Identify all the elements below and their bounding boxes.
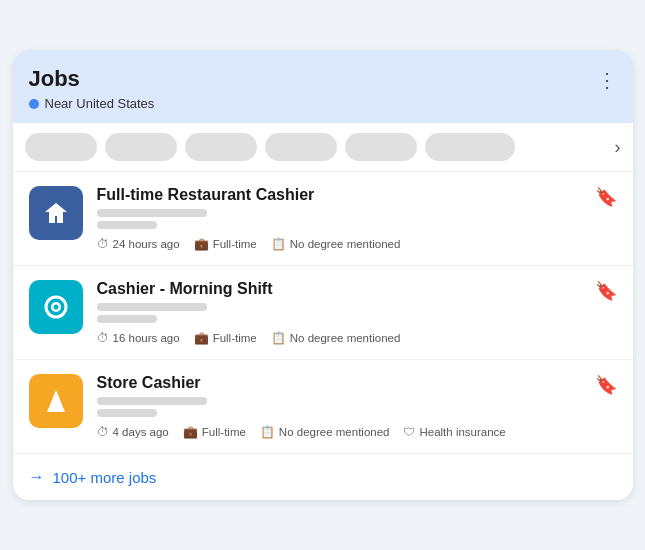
job-logo-2 <box>29 280 83 334</box>
skeleton-company-2 <box>97 303 207 311</box>
page-title: Jobs <box>29 66 155 92</box>
job-time-1: ⏱ 24 hours ago <box>97 237 180 251</box>
shield-icon-3: 🛡 <box>403 425 415 439</box>
job-time-3: ⏱ 4 days ago <box>97 425 169 439</box>
job-item-1[interactable]: Full-time Restaurant Cashier ⏱ 24 hours … <box>13 172 633 266</box>
job-type-1: 💼 Full-time <box>194 237 257 251</box>
filter-pill-6[interactable] <box>425 133 515 161</box>
svg-point-2 <box>53 305 58 310</box>
job-type-2: 💼 Full-time <box>194 331 257 345</box>
skeleton-location-2 <box>97 315 157 323</box>
jobs-card: Jobs Near United States ⋮ › Full-time <box>13 50 633 500</box>
job-logo-3 <box>29 374 83 428</box>
filters-row: › <box>13 123 633 172</box>
job-info-1: Full-time Restaurant Cashier ⏱ 24 hours … <box>97 186 617 251</box>
more-jobs-arrow-icon: → <box>29 468 45 486</box>
filter-pill-5[interactable] <box>345 133 417 161</box>
more-jobs-link[interactable]: 100+ more jobs <box>53 469 157 486</box>
job-logo-1 <box>29 186 83 240</box>
job-title-2: Cashier - Morning Shift <box>97 280 617 298</box>
job-item-2[interactable]: Cashier - Morning Shift ⏱ 16 hours ago 💼… <box>13 266 633 360</box>
job-item-3[interactable]: Store Cashier ⏱ 4 days ago 💼 Full-time 📋… <box>13 360 633 454</box>
diploma-icon-3: 📋 <box>260 425 275 439</box>
job-info-2: Cashier - Morning Shift ⏱ 16 hours ago 💼… <box>97 280 617 345</box>
filter-pill-2[interactable] <box>105 133 177 161</box>
filter-pill-1[interactable] <box>25 133 97 161</box>
job-info-3: Store Cashier ⏱ 4 days ago 💼 Full-time 📋… <box>97 374 617 439</box>
location-dot-icon <box>29 99 39 109</box>
clock-icon-3: ⏱ <box>97 425 109 439</box>
chevron-right-icon[interactable]: › <box>615 137 621 158</box>
bookmark-button-3[interactable]: 🔖 <box>595 374 617 396</box>
diploma-icon-1: 📋 <box>271 237 286 251</box>
skeleton-location-1 <box>97 221 157 229</box>
job-degree-1: 📋 No degree mentioned <box>271 237 401 251</box>
clock-icon-2: ⏱ <box>97 331 109 345</box>
job-meta-2: ⏱ 16 hours ago 💼 Full-time 📋 No degree m… <box>97 331 617 345</box>
more-jobs-row: → 100+ more jobs <box>13 454 633 500</box>
job-health-3: 🛡 Health insurance <box>403 425 505 439</box>
job-meta-3: ⏱ 4 days ago 💼 Full-time 📋 No degree men… <box>97 425 617 439</box>
briefcase-icon-1: 💼 <box>194 237 209 251</box>
header-left: Jobs Near United States <box>29 66 155 111</box>
header-menu-button[interactable]: ⋮ <box>597 68 617 92</box>
job-type-3: 💼 Full-time <box>183 425 246 439</box>
header: Jobs Near United States ⋮ <box>13 50 633 123</box>
skeleton-company-3 <box>97 397 207 405</box>
bookmark-button-2[interactable]: 🔖 <box>595 280 617 302</box>
job-time-2: ⏱ 16 hours ago <box>97 331 180 345</box>
briefcase-icon-2: 💼 <box>194 331 209 345</box>
job-degree-2: 📋 No degree mentioned <box>271 331 401 345</box>
svg-marker-3 <box>47 390 65 412</box>
location-text: Near United States <box>45 96 155 111</box>
job-title-3: Store Cashier <box>97 374 617 392</box>
diploma-icon-2: 📋 <box>271 331 286 345</box>
bookmark-button-1[interactable]: 🔖 <box>595 186 617 208</box>
header-location: Near United States <box>29 96 155 111</box>
job-title-1: Full-time Restaurant Cashier <box>97 186 617 204</box>
skeleton-location-3 <box>97 409 157 417</box>
filter-pill-3[interactable] <box>185 133 257 161</box>
job-degree-3: 📋 No degree mentioned <box>260 425 390 439</box>
filter-pill-4[interactable] <box>265 133 337 161</box>
job-list: Full-time Restaurant Cashier ⏱ 24 hours … <box>13 172 633 454</box>
skeleton-company-1 <box>97 209 207 217</box>
briefcase-icon-3: 💼 <box>183 425 198 439</box>
clock-icon-1: ⏱ <box>97 237 109 251</box>
job-meta-1: ⏱ 24 hours ago 💼 Full-time 📋 No degree m… <box>97 237 617 251</box>
